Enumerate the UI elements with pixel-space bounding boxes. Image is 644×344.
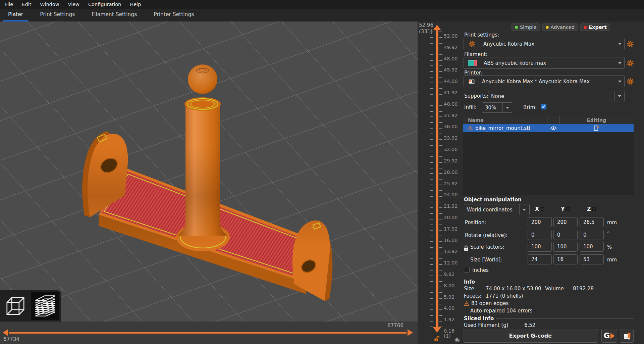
brim-checkbox[interactable] — [541, 104, 546, 109]
mode-expert[interactable]: Expert — [580, 23, 610, 31]
application-window: FileEditWindowViewConfigurationHelp Plat… — [0, 0, 644, 344]
chevron-down-icon — [618, 43, 622, 45]
layers-preview-button[interactable] — [31, 292, 59, 320]
layer-slider-up-arrow[interactable] — [433, 25, 441, 30]
object-row[interactable]: bike_mirror_mount.stl — [463, 124, 634, 132]
tab-filament-settings[interactable]: Filament Settings — [87, 11, 142, 21]
warning-icon — [468, 126, 473, 131]
column-visibility[interactable] — [547, 116, 559, 124]
tab-plater[interactable]: Plater — [3, 11, 28, 21]
info-volume-value: 8192.28 — [573, 286, 594, 292]
printer-combo[interactable]: Anycubic Kobra Max * Anycubic Kobra Max — [464, 76, 625, 87]
layer-scale-label: 41.92 — [444, 90, 458, 96]
printed-object[interactable] — [0, 21, 418, 344]
layer-scale-label: 9.92 — [444, 272, 454, 277]
size-z-input[interactable] — [580, 254, 604, 264]
position-unit: mm — [607, 219, 617, 226]
expert-dot-icon — [584, 26, 587, 29]
filament-gear-button[interactable] — [627, 59, 634, 67]
export-to-sd-button[interactable] — [620, 329, 634, 343]
chevron-down-icon — [618, 81, 622, 83]
coordinates-combo[interactable]: World coordinates — [464, 204, 530, 215]
unlock-icon[interactable] — [434, 336, 440, 342]
3d-viewport[interactable]: 67766 67734 — [0, 21, 418, 344]
3d-editor-view-button[interactable] — [1, 292, 30, 320]
menu-item[interactable]: Edit — [17, 0, 36, 9]
printer-gear-button[interactable] — [627, 78, 634, 85]
layer-scale-label: 16.00 — [444, 238, 458, 243]
cube-icon — [3, 294, 28, 318]
menu-item[interactable]: File — [1, 0, 17, 9]
horizontal-slider[interactable] — [9, 332, 407, 334]
print-settings-gear-button[interactable] — [627, 40, 634, 48]
size-x-input[interactable] — [528, 254, 552, 264]
filament-label: Filament: — [464, 51, 487, 57]
tab-printer-settings[interactable]: Printer Settings — [149, 11, 199, 21]
scale-z-input[interactable] — [580, 242, 604, 252]
position-x-input[interactable] — [528, 217, 552, 227]
scale-label: Scale factors: — [470, 244, 504, 250]
layer-scale-label: 25.92 — [444, 181, 458, 187]
position-y-input[interactable] — [553, 217, 578, 227]
menu-item[interactable]: Configuration — [84, 0, 125, 9]
rotate-z-input[interactable] — [580, 230, 604, 240]
rotate-y-input[interactable] — [553, 230, 578, 240]
mode-selector: Simple Advanced Expert — [512, 23, 610, 31]
size-label: Size [World]: — [470, 257, 502, 263]
layer-scale-label: 37.92 — [444, 113, 458, 118]
size-y-input[interactable] — [553, 254, 578, 264]
position-label: Position: — [465, 219, 486, 226]
export-gcode-button[interactable]: Export G-code — [463, 329, 598, 343]
used-filament-label: Used Filament (g) — [464, 322, 508, 328]
layer-scale-label: 13.92 — [444, 249, 458, 254]
object-manipulation-title: Object manipulation — [464, 197, 634, 203]
sidebar: Simple Advanced Expert Print settings: A… — [463, 21, 644, 344]
axis-chip-icon — [592, 207, 596, 211]
layer-scale-label: 48.00 — [444, 56, 458, 62]
axis-header-x: X — [528, 206, 552, 212]
layer-scale-labels: 52.0049.9248.0045.9244.0041.9240.0037.92… — [444, 21, 463, 344]
scale-y-input[interactable] — [553, 242, 578, 252]
layer-scale-label: 20.00 — [444, 215, 458, 220]
scale-x-input[interactable] — [528, 242, 552, 252]
column-editing[interactable]: Editing — [559, 117, 634, 123]
printer-icon — [468, 79, 475, 85]
slider-gear-icon[interactable] — [454, 337, 460, 343]
layer-scale-label: 36.00 — [444, 124, 458, 130]
info-facets-label: Facets: — [464, 293, 482, 299]
supports-combo[interactable]: None — [488, 91, 625, 101]
layer-scale-label: 24.00 — [444, 192, 458, 198]
simple-dot-icon — [515, 26, 518, 29]
hslider-right-arrow[interactable] — [408, 329, 413, 336]
mode-advanced[interactable]: Advanced — [542, 23, 578, 31]
mode-simple[interactable]: Simple — [512, 23, 540, 31]
rotate-x-input[interactable] — [528, 230, 552, 240]
info-size-value: 74.00 x 16.00 x 53.00 — [486, 286, 541, 292]
edit-object-icon[interactable] — [593, 125, 600, 131]
layer-slider-down-arrow[interactable] — [433, 327, 441, 333]
chevron-section — [614, 91, 624, 101]
filament-combo[interactable]: ABS anycubic kobra max — [464, 57, 625, 69]
scale-unit: % — [607, 244, 612, 250]
used-filament-value: 6.52 — [524, 322, 535, 328]
chevron-section — [502, 103, 512, 112]
column-name[interactable]: Name — [463, 117, 547, 123]
tab-print-settings[interactable]: Print Settings — [35, 11, 79, 21]
layer-scale-label: 32.00 — [444, 147, 458, 152]
layer-slider-bar[interactable] — [436, 30, 438, 327]
infill-combo[interactable]: 30% — [482, 102, 512, 113]
info-facets-value: 1771 (0 shells) — [486, 293, 523, 299]
layer-scale-label: 45.92 — [444, 67, 458, 73]
hslider-left-arrow[interactable] — [3, 329, 8, 336]
send-gcode-button[interactable]: G — [601, 329, 617, 343]
inches-checkbox[interactable] — [464, 267, 470, 273]
menu-item[interactable]: Window — [36, 0, 63, 9]
menu-item[interactable]: View — [64, 0, 84, 9]
position-z-input[interactable] — [580, 217, 604, 227]
layer-scale-label: 5.92 — [444, 294, 454, 300]
eye-icon[interactable] — [550, 126, 557, 131]
lock-icon[interactable] — [464, 245, 469, 251]
axis-chip-icon — [566, 207, 570, 211]
print-settings-combo[interactable]: Anycubic Kobra Max — [464, 38, 625, 50]
menu-item[interactable]: Help — [125, 0, 145, 9]
